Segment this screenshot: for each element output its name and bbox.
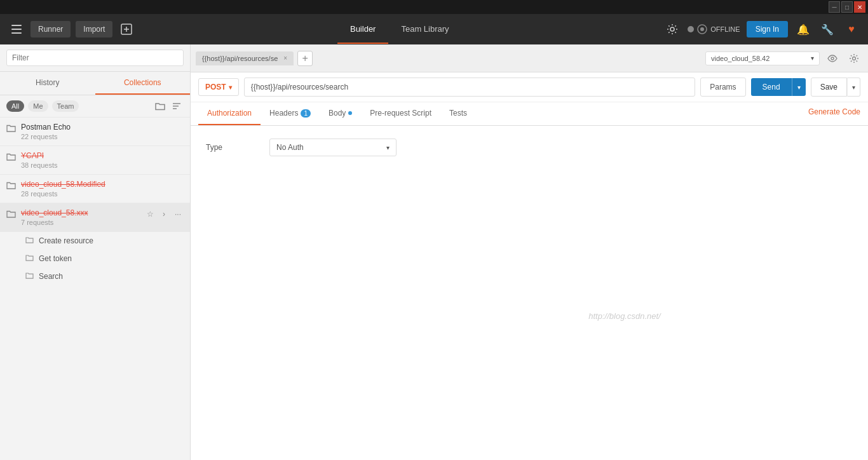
folder-icon — [6, 180, 16, 191]
url-tab-label: {{host}}/api/resources/se — [202, 55, 278, 62]
list-item[interactable]: Postman Echo 22 requests — [0, 118, 190, 146]
svg-point-13 — [853, 57, 856, 60]
star-icon[interactable]: ☆ — [144, 208, 156, 220]
tab-pre-request-script[interactable]: Pre-request Script — [361, 102, 440, 125]
sort-icon[interactable] — [170, 99, 184, 113]
request-bar: POST ▾ Params Send ▾ Save ▾ — [191, 72, 868, 102]
minimize-button[interactable]: ─ — [829, 1, 840, 13]
method-label: POST — [205, 83, 226, 91]
svg-rect-1 — [11, 29, 22, 30]
svg-point-12 — [831, 57, 834, 60]
send-button-group: Send ▾ — [751, 78, 806, 96]
more-icon[interactable]: ··· — [172, 208, 184, 220]
runner-button[interactable]: Runner — [31, 21, 71, 37]
collection-meta: 7 requests — [21, 219, 139, 226]
collection-name: Postman Echo — [21, 123, 184, 132]
tab-actions: Generate Code — [808, 102, 860, 125]
add-tab-button[interactable]: + — [297, 51, 313, 66]
auth-type-select[interactable]: No Auth ▾ — [269, 139, 397, 156]
heart-icon[interactable]: ♥ — [843, 20, 860, 38]
tab-headers[interactable]: Headers 1 — [261, 102, 320, 125]
body-dot — [348, 111, 352, 115]
sub-item-label: Search — [39, 272, 63, 281]
auth-content: Type No Auth ▾ — [191, 126, 868, 169]
sub-item-get-token[interactable]: Get token — [19, 250, 190, 267]
collection-meta: 22 requests — [21, 133, 184, 140]
filter-team[interactable]: Team — [52, 100, 79, 112]
sign-in-button[interactable]: Sign In — [747, 21, 788, 37]
sub-item-create-resource[interactable]: Create resource — [19, 232, 190, 250]
eye-icon[interactable] — [824, 50, 841, 67]
wrench-icon[interactable]: 🔧 — [818, 20, 836, 38]
tab-collections[interactable]: Collections — [95, 72, 191, 95]
auth-type-value: No Auth — [276, 143, 304, 152]
send-button[interactable]: Send — [751, 78, 792, 96]
save-button[interactable]: Save — [811, 78, 847, 97]
svg-rect-0 — [11, 25, 22, 26]
import-button[interactable]: Import — [76, 21, 112, 37]
sidebar-filter-area — [0, 44, 190, 72]
folder-icon — [6, 152, 16, 163]
method-select[interactable]: POST ▾ — [198, 78, 239, 96]
sidebar-tabs: History Collections — [0, 72, 190, 95]
tab-tests[interactable]: Tests — [440, 102, 476, 125]
offline-badge: OFFLINE — [688, 24, 740, 34]
sidebar-toggle-button[interactable] — [8, 20, 25, 38]
maximize-button[interactable]: □ — [841, 1, 853, 13]
settings-gear-icon[interactable] — [845, 50, 863, 67]
send-dropdown-button[interactable]: ▾ — [792, 78, 806, 96]
folder-small-icon — [25, 236, 34, 245]
offline-dot — [688, 26, 694, 32]
save-button-group: Save ▾ — [811, 78, 860, 97]
headers-badge: 1 — [301, 109, 311, 118]
collection-meta: 38 requests — [21, 161, 184, 169]
list-item[interactable]: video_cloud_58.Modified 28 requests — [0, 175, 190, 203]
collection-value: video_cloud_58.42 — [711, 55, 770, 62]
tab-builder[interactable]: Builder — [337, 15, 388, 44]
list-item[interactable]: video_cloud_58.xxx 7 requests ☆ › ··· — [0, 203, 190, 232]
generate-code-button[interactable]: Generate Code — [808, 107, 860, 116]
svg-point-8 — [700, 27, 704, 31]
collection-name: video_cloud_58.xxx — [21, 208, 139, 217]
params-button[interactable]: Params — [700, 78, 745, 97]
folder-icon — [6, 209, 16, 220]
sub-item-label: Get token — [39, 254, 72, 263]
sub-item-label: Create resource — [39, 236, 93, 245]
save-dropdown-button[interactable]: ▾ — [847, 78, 860, 97]
close-button[interactable]: ✕ — [854, 1, 865, 13]
folder-small-icon — [25, 254, 34, 263]
new-folder-icon[interactable] — [153, 99, 167, 113]
settings-icon[interactable] — [663, 20, 681, 38]
new-tab-icon[interactable] — [118, 20, 135, 38]
url-input[interactable] — [244, 78, 696, 97]
collection-meta: 28 requests — [21, 190, 184, 198]
filter-input[interactable] — [6, 50, 184, 66]
svg-point-6 — [670, 27, 674, 31]
filter-all[interactable]: All — [6, 100, 24, 112]
topbar: Runner Import Builder Team Library OFFLI… — [0, 14, 868, 44]
url-tab[interactable]: {{host}}/api/resources/se × — [196, 51, 294, 65]
sidebar-filter-row: All Me Team — [0, 95, 190, 118]
list-item[interactable]: YCAPI 38 requests — [0, 146, 190, 175]
auth-type-row: Type No Auth ▾ — [206, 139, 853, 156]
folder-small-icon — [25, 272, 34, 281]
collection-select[interactable]: video_cloud_58.42 ▾ — [705, 51, 820, 65]
bell-icon[interactable]: 🔔 — [794, 20, 812, 38]
folder-icon — [6, 123, 16, 134]
url-bar: {{host}}/api/resources/se × + video_clou… — [191, 44, 868, 72]
collection-name: YCAPI — [21, 151, 184, 160]
url-tab-close[interactable]: × — [283, 55, 287, 62]
chevron-down-icon: ▾ — [811, 55, 814, 62]
auth-type-chevron-icon: ▾ — [386, 144, 390, 151]
svg-rect-2 — [11, 32, 22, 34]
tab-authorization[interactable]: Authorization — [198, 102, 261, 125]
method-chevron-icon: ▾ — [229, 84, 232, 91]
tab-history[interactable]: History — [0, 72, 95, 95]
auth-type-label: Type — [206, 143, 257, 152]
tab-team-library[interactable]: Team Library — [388, 15, 461, 44]
titlebar: ─ □ ✕ — [0, 0, 868, 14]
sub-item-search[interactable]: Search — [19, 267, 190, 285]
expand-icon[interactable]: › — [158, 208, 170, 220]
filter-me[interactable]: Me — [28, 100, 48, 112]
tab-body[interactable]: Body — [320, 102, 361, 125]
